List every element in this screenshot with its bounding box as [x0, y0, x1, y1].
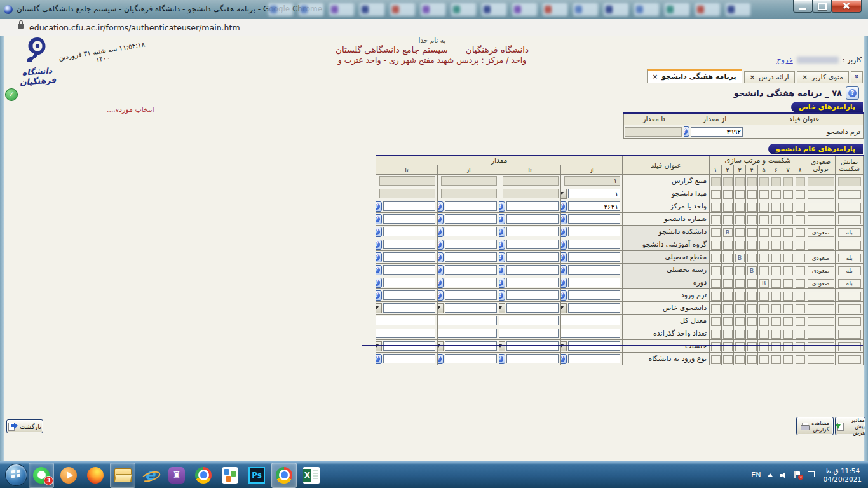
sort-direction-cell[interactable]	[808, 190, 834, 199]
break-cell[interactable]	[783, 266, 793, 275]
break-cell[interactable]	[796, 215, 805, 224]
break-cell[interactable]	[711, 355, 721, 364]
help-icon[interactable]	[846, 86, 859, 100]
break-cell[interactable]	[747, 304, 757, 313]
show-break-cell[interactable]	[838, 215, 861, 224]
help-icon[interactable]	[561, 354, 567, 364]
break-cell[interactable]	[771, 254, 781, 262]
break-cell[interactable]	[711, 279, 721, 288]
break-cell[interactable]	[723, 266, 733, 275]
break-cell[interactable]	[723, 203, 733, 212]
blurred-bookmark-item[interactable]	[512, 3, 537, 16]
value-input[interactable]	[383, 201, 435, 211]
break-cell[interactable]	[759, 203, 769, 212]
help-icon[interactable]	[438, 265, 444, 275]
value-input[interactable]	[445, 278, 497, 287]
blurred-bookmark-item[interactable]	[573, 3, 598, 16]
value-input[interactable]	[568, 252, 620, 262]
sort-direction-cell[interactable]	[808, 317, 834, 326]
blurred-bookmark-item[interactable]	[268, 3, 293, 16]
break-cell[interactable]	[711, 190, 721, 199]
value-input[interactable]	[376, 329, 436, 338]
break-cell[interactable]	[796, 355, 805, 364]
show-break-cell[interactable]	[838, 190, 861, 199]
value-input[interactable]	[445, 201, 497, 211]
help-icon[interactable]	[438, 252, 444, 262]
help-icon[interactable]	[561, 214, 567, 224]
taskbar-chrome-icon[interactable]	[191, 463, 215, 487]
maximize-button[interactable]	[812, 0, 832, 13]
break-cell[interactable]	[723, 355, 733, 364]
value-input[interactable]	[568, 303, 620, 313]
break-cell[interactable]	[735, 279, 745, 288]
blurred-bookmark-item[interactable]	[421, 3, 445, 16]
blurred-bookmark-item[interactable]	[634, 3, 659, 16]
value-input[interactable]	[383, 278, 435, 287]
value-input[interactable]	[568, 290, 620, 300]
help-icon[interactable]	[499, 354, 506, 364]
break-cell[interactable]	[783, 254, 793, 262]
taskbar-chess-app-icon[interactable]	[165, 463, 189, 487]
break-cell[interactable]	[759, 330, 769, 339]
blurred-bookmark-item[interactable]	[329, 3, 354, 16]
value-input[interactable]	[383, 227, 435, 236]
break-cell[interactable]	[735, 304, 745, 313]
dropdown-icon[interactable]	[561, 189, 567, 199]
help-icon[interactable]	[499, 240, 506, 250]
help-icon[interactable]	[561, 201, 567, 212]
break-cell[interactable]	[747, 254, 757, 262]
break-cell[interactable]	[783, 241, 793, 250]
value-input[interactable]	[445, 240, 497, 249]
help-icon[interactable]	[376, 290, 383, 301]
break-cell[interactable]	[723, 317, 733, 326]
blurred-bookmark-item[interactable]	[482, 3, 506, 16]
break-cell[interactable]	[796, 279, 805, 288]
break-cell[interactable]	[759, 342, 769, 351]
value-input[interactable]	[445, 354, 497, 363]
break-cell[interactable]: B	[747, 266, 757, 275]
dropdown-icon[interactable]	[438, 303, 444, 313]
blurred-bookmark-item[interactable]	[299, 3, 323, 16]
blurred-bookmark-item[interactable]	[390, 3, 415, 16]
help-icon[interactable]	[376, 227, 383, 237]
break-cell[interactable]	[796, 292, 805, 301]
help-icon[interactable]	[561, 252, 567, 262]
break-cell[interactable]	[771, 342, 781, 351]
value-input[interactable]	[438, 329, 498, 338]
network-icon[interactable]	[808, 471, 816, 478]
taskbar-firefox-icon[interactable]	[83, 463, 107, 487]
sort-direction-cell[interactable]	[808, 342, 834, 351]
value-input[interactable]	[445, 252, 497, 262]
break-cell[interactable]	[735, 292, 745, 301]
help-icon[interactable]	[438, 227, 444, 237]
break-cell[interactable]	[711, 266, 721, 275]
sort-direction-cell[interactable]	[808, 330, 834, 339]
break-cell[interactable]	[796, 266, 805, 275]
help-icon[interactable]	[438, 354, 444, 364]
value-input[interactable]	[376, 316, 436, 325]
break-cell[interactable]	[796, 317, 805, 326]
taskbar-whatsapp-icon[interactable]: 3	[29, 463, 54, 488]
break-cell[interactable]	[711, 342, 721, 351]
value-input[interactable]	[506, 214, 559, 224]
sort-direction-cell[interactable]: صعودی	[808, 279, 834, 288]
value-input[interactable]	[568, 201, 620, 211]
break-cell[interactable]	[735, 355, 745, 364]
help-icon[interactable]	[376, 265, 383, 275]
hidden-icons-chevron-icon[interactable]	[768, 473, 773, 477]
show-break-cell[interactable]	[838, 292, 861, 301]
dropdown-icon[interactable]	[499, 303, 506, 313]
break-cell[interactable]	[723, 215, 733, 224]
value-input[interactable]	[445, 214, 497, 224]
show-break-cell[interactable]	[838, 304, 861, 313]
value-input[interactable]	[568, 278, 620, 287]
value-input[interactable]	[438, 316, 498, 325]
help-icon[interactable]	[376, 278, 383, 288]
help-icon[interactable]	[438, 201, 444, 212]
blurred-bookmark-item[interactable]	[665, 3, 689, 16]
value-input[interactable]	[383, 265, 435, 274]
break-cell[interactable]	[747, 228, 757, 237]
break-cell[interactable]	[759, 215, 769, 224]
blurred-bookmark-item[interactable]	[695, 3, 720, 16]
break-cell[interactable]	[771, 203, 781, 212]
